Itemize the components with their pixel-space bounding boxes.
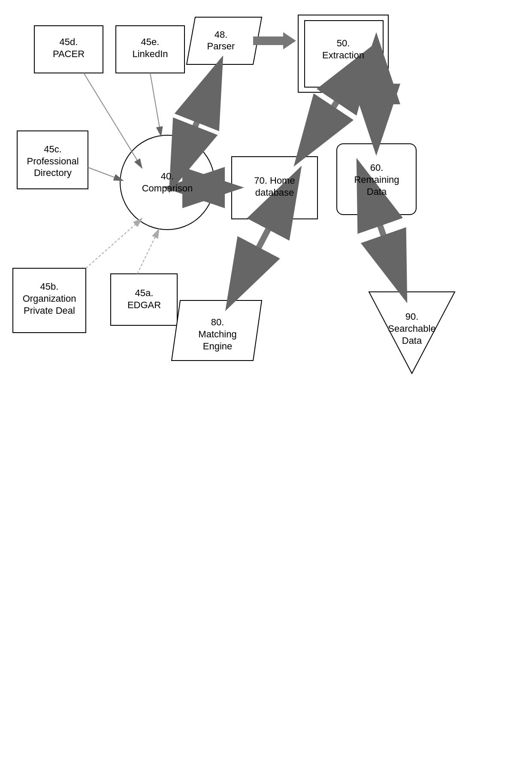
svg-text:PACER: PACER: [53, 49, 85, 59]
svg-line-17: [84, 73, 142, 167]
svg-text:40.: 40.: [161, 171, 174, 182]
svg-text:Private Deal: Private Deal: [24, 305, 75, 316]
svg-line-24: [191, 67, 219, 137]
diagram-container: 45d. PACER 45e. LinkedIn 48. Parser 50. …: [0, 0, 532, 770]
svg-text:90.: 90.: [405, 311, 419, 322]
svg-text:70. Home: 70. Home: [254, 175, 295, 186]
svg-text:Organization: Organization: [23, 293, 76, 304]
svg-text:Engine: Engine: [203, 341, 233, 352]
svg-text:Data: Data: [402, 335, 422, 346]
svg-text:45c.: 45c.: [44, 144, 62, 155]
svg-text:50.: 50.: [337, 38, 350, 49]
svg-line-28: [376, 215, 403, 292]
svg-text:database: database: [255, 187, 294, 198]
svg-line-21: [86, 219, 142, 268]
svg-text:Matching: Matching: [198, 329, 236, 340]
svg-text:EDGAR: EDGAR: [127, 300, 161, 310]
svg-text:Parser: Parser: [207, 41, 235, 52]
svg-text:45e.: 45e.: [141, 36, 160, 47]
svg-text:45d.: 45d.: [60, 36, 78, 47]
svg-text:Remaining: Remaining: [354, 174, 399, 185]
svg-marker-23: [253, 32, 296, 49]
svg-text:45b.: 45b.: [40, 281, 59, 292]
svg-text:80.: 80.: [211, 317, 224, 327]
svg-text:45a.: 45a.: [135, 288, 154, 298]
svg-line-20: [137, 230, 159, 274]
svg-line-18: [150, 73, 161, 135]
svg-text:48.: 48.: [215, 29, 228, 40]
svg-line-26: [300, 92, 343, 157]
svg-text:60.: 60.: [370, 162, 384, 173]
svg-text:Data: Data: [367, 186, 387, 197]
diagram-svg: 45d. PACER 45e. LinkedIn 48. Parser 50. …: [0, 0, 532, 770]
svg-text:Directory: Directory: [34, 167, 72, 178]
svg-text:Extraction: Extraction: [322, 50, 364, 61]
svg-point-10: [120, 135, 215, 230]
svg-text:Professional: Professional: [27, 156, 79, 167]
svg-text:Searchable: Searchable: [388, 323, 435, 334]
svg-text:Comparison: Comparison: [142, 183, 193, 194]
svg-line-27: [231, 219, 274, 300]
svg-line-19: [88, 167, 122, 180]
svg-text:LinkedIn: LinkedIn: [132, 49, 168, 59]
